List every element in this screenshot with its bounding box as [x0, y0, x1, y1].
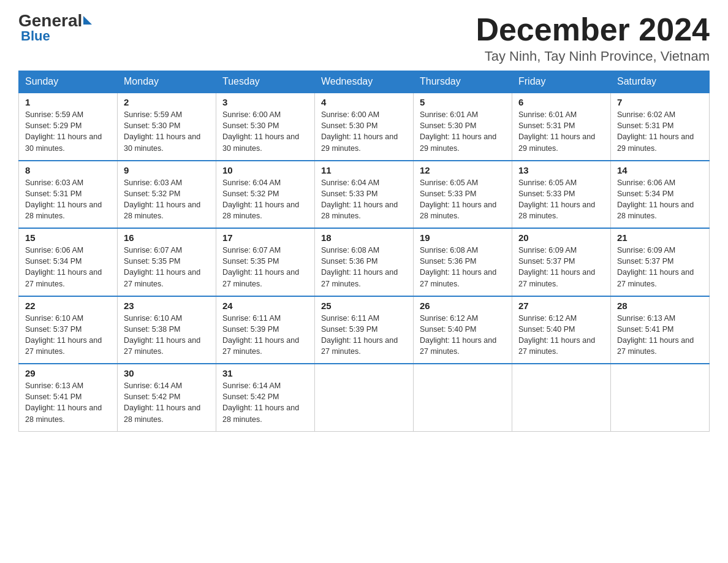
day-number: 14 [617, 165, 703, 175]
day-number: 16 [124, 232, 210, 243]
day-info: Sunrise: 6:09 AMSunset: 5:37 PMDaylight:… [617, 245, 703, 289]
day-info: Sunrise: 6:07 AMSunset: 5:35 PMDaylight:… [222, 245, 308, 289]
calendar-cell: 25Sunrise: 6:11 AMSunset: 5:39 PMDayligh… [315, 296, 414, 364]
calendar-cell [512, 364, 611, 431]
calendar-header-wednesday: Wednesday [315, 71, 414, 93]
day-info: Sunrise: 6:11 AMSunset: 5:39 PMDaylight:… [222, 313, 308, 358]
calendar-header-row: SundayMondayTuesdayWednesdayThursdayFrid… [19, 71, 710, 93]
calendar-week-5: 29Sunrise: 6:13 AMSunset: 5:41 PMDayligh… [19, 364, 710, 431]
calendar-cell: 8Sunrise: 6:03 AMSunset: 5:31 PMDaylight… [19, 161, 118, 229]
calendar-cell: 16Sunrise: 6:07 AMSunset: 5:35 PMDayligh… [118, 228, 216, 296]
calendar-cell: 23Sunrise: 6:10 AMSunset: 5:38 PMDayligh… [118, 296, 216, 364]
calendar-header-friday: Friday [512, 71, 611, 93]
day-info: Sunrise: 6:01 AMSunset: 5:30 PMDaylight:… [420, 109, 506, 154]
calendar-cell: 20Sunrise: 6:09 AMSunset: 5:37 PMDayligh… [512, 228, 611, 296]
day-info: Sunrise: 6:14 AMSunset: 5:42 PMDaylight:… [124, 380, 210, 425]
calendar-week-1: 1Sunrise: 5:59 AMSunset: 5:29 PMDaylight… [19, 93, 710, 161]
month-title: December 2024 [476, 12, 710, 47]
calendar-cell: 7Sunrise: 6:02 AMSunset: 5:31 PMDaylight… [611, 93, 710, 161]
day-info: Sunrise: 6:11 AMSunset: 5:39 PMDaylight:… [321, 313, 407, 358]
day-number: 22 [25, 301, 111, 311]
day-number: 8 [25, 165, 111, 175]
day-info: Sunrise: 6:13 AMSunset: 5:41 PMDaylight:… [25, 380, 111, 425]
calendar-cell: 6Sunrise: 6:01 AMSunset: 5:31 PMDaylight… [512, 93, 611, 161]
day-number: 30 [124, 368, 210, 378]
calendar-cell: 17Sunrise: 6:07 AMSunset: 5:35 PMDayligh… [216, 228, 315, 296]
day-number: 26 [420, 301, 506, 311]
calendar-header-saturday: Saturday [611, 71, 710, 93]
day-number: 17 [222, 232, 308, 243]
day-number: 10 [222, 165, 308, 175]
day-number: 9 [124, 165, 210, 175]
day-number: 18 [321, 232, 407, 243]
day-info: Sunrise: 6:13 AMSunset: 5:41 PMDaylight:… [617, 313, 703, 358]
day-info: Sunrise: 6:02 AMSunset: 5:31 PMDaylight:… [617, 109, 703, 154]
day-number: 29 [25, 368, 111, 378]
day-info: Sunrise: 6:00 AMSunset: 5:30 PMDaylight:… [222, 109, 308, 154]
calendar-cell: 11Sunrise: 6:04 AMSunset: 5:33 PMDayligh… [315, 161, 414, 229]
day-number: 13 [518, 165, 604, 175]
logo-blue: Blue [21, 28, 50, 44]
calendar-cell: 4Sunrise: 6:00 AMSunset: 5:30 PMDaylight… [315, 93, 414, 161]
day-info: Sunrise: 6:06 AMSunset: 5:34 PMDaylight:… [25, 245, 111, 289]
day-number: 24 [222, 301, 308, 311]
calendar-header-thursday: Thursday [414, 71, 512, 93]
day-number: 19 [420, 232, 506, 243]
day-number: 27 [518, 301, 604, 311]
calendar-cell: 19Sunrise: 6:08 AMSunset: 5:36 PMDayligh… [414, 228, 512, 296]
calendar-table: SundayMondayTuesdayWednesdayThursdayFrid… [18, 71, 710, 432]
calendar-header-monday: Monday [118, 71, 216, 93]
logo-triangle-icon [83, 16, 92, 25]
day-info: Sunrise: 6:10 AMSunset: 5:38 PMDaylight:… [124, 313, 210, 358]
day-info: Sunrise: 6:05 AMSunset: 5:33 PMDaylight:… [420, 177, 506, 222]
day-info: Sunrise: 6:04 AMSunset: 5:33 PMDaylight:… [321, 177, 407, 222]
calendar-cell: 26Sunrise: 6:12 AMSunset: 5:40 PMDayligh… [414, 296, 512, 364]
day-info: Sunrise: 5:59 AMSunset: 5:29 PMDaylight:… [25, 109, 111, 154]
day-info: Sunrise: 6:12 AMSunset: 5:40 PMDaylight:… [420, 313, 506, 358]
day-info: Sunrise: 6:00 AMSunset: 5:30 PMDaylight:… [321, 109, 407, 154]
day-info: Sunrise: 6:05 AMSunset: 5:33 PMDaylight:… [518, 177, 604, 222]
day-info: Sunrise: 6:12 AMSunset: 5:40 PMDaylight:… [518, 313, 604, 358]
calendar-header-sunday: Sunday [19, 71, 118, 93]
day-info: Sunrise: 6:08 AMSunset: 5:36 PMDaylight:… [321, 245, 407, 289]
calendar-cell: 28Sunrise: 6:13 AMSunset: 5:41 PMDayligh… [611, 296, 710, 364]
calendar-week-3: 15Sunrise: 6:06 AMSunset: 5:34 PMDayligh… [19, 228, 710, 296]
calendar-cell: 31Sunrise: 6:14 AMSunset: 5:42 PMDayligh… [216, 364, 315, 431]
day-number: 15 [25, 232, 111, 243]
day-info: Sunrise: 6:01 AMSunset: 5:31 PMDaylight:… [518, 109, 604, 154]
calendar-cell: 18Sunrise: 6:08 AMSunset: 5:36 PMDayligh… [315, 228, 414, 296]
calendar-cell: 9Sunrise: 6:03 AMSunset: 5:32 PMDaylight… [118, 161, 216, 229]
day-number: 28 [617, 301, 703, 311]
calendar-cell: 27Sunrise: 6:12 AMSunset: 5:40 PMDayligh… [512, 296, 611, 364]
calendar-cell: 1Sunrise: 5:59 AMSunset: 5:29 PMDaylight… [19, 93, 118, 161]
title-section: December 2024 Tay Ninh, Tay Ninh Provinc… [476, 12, 710, 64]
day-number: 5 [420, 97, 506, 107]
calendar-cell [414, 364, 512, 431]
day-number: 20 [518, 232, 604, 243]
day-number: 6 [518, 97, 604, 107]
calendar-cell: 2Sunrise: 5:59 AMSunset: 5:30 PMDaylight… [118, 93, 216, 161]
calendar-cell: 5Sunrise: 6:01 AMSunset: 5:30 PMDaylight… [414, 93, 512, 161]
calendar-cell: 13Sunrise: 6:05 AMSunset: 5:33 PMDayligh… [512, 161, 611, 229]
day-number: 3 [222, 97, 308, 107]
day-number: 31 [222, 368, 308, 378]
day-info: Sunrise: 6:03 AMSunset: 5:32 PMDaylight:… [124, 177, 210, 222]
day-info: Sunrise: 6:04 AMSunset: 5:32 PMDaylight:… [222, 177, 308, 222]
day-number: 25 [321, 301, 407, 311]
calendar-cell: 14Sunrise: 6:06 AMSunset: 5:34 PMDayligh… [611, 161, 710, 229]
calendar-cell: 22Sunrise: 6:10 AMSunset: 5:37 PMDayligh… [19, 296, 118, 364]
calendar-cell: 15Sunrise: 6:06 AMSunset: 5:34 PMDayligh… [19, 228, 118, 296]
calendar-cell: 21Sunrise: 6:09 AMSunset: 5:37 PMDayligh… [611, 228, 710, 296]
day-number: 4 [321, 97, 407, 107]
logo-general: General [18, 12, 82, 29]
calendar-week-4: 22Sunrise: 6:10 AMSunset: 5:37 PMDayligh… [19, 296, 710, 364]
day-info: Sunrise: 6:10 AMSunset: 5:37 PMDaylight:… [25, 313, 111, 358]
calendar-cell: 30Sunrise: 6:14 AMSunset: 5:42 PMDayligh… [118, 364, 216, 431]
calendar-week-2: 8Sunrise: 6:03 AMSunset: 5:31 PMDaylight… [19, 161, 710, 229]
day-info: Sunrise: 6:14 AMSunset: 5:42 PMDaylight:… [222, 380, 308, 425]
day-info: Sunrise: 6:06 AMSunset: 5:34 PMDaylight:… [617, 177, 703, 222]
calendar-cell: 12Sunrise: 6:05 AMSunset: 5:33 PMDayligh… [414, 161, 512, 229]
location: Tay Ninh, Tay Ninh Province, Vietnam [476, 48, 710, 64]
day-info: Sunrise: 5:59 AMSunset: 5:30 PMDaylight:… [124, 109, 210, 154]
logo: General Blue [18, 12, 92, 44]
